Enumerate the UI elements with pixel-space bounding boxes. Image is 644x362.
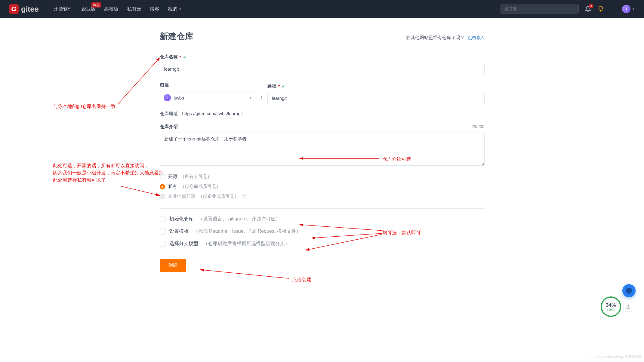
page-title: 新建仓库 <box>160 31 193 42</box>
main-nav: 开源软件 企业版 特惠 高校版 私有云 博客 我的 ▼ <box>54 6 501 12</box>
init-repo-hint: （设置语言、.gitignore、开源许可证） <box>198 216 281 222</box>
intro-textarea[interactable] <box>160 133 485 166</box>
radio-icon <box>160 174 165 179</box>
repo-url-label: 仓库地址： <box>160 111 182 116</box>
owner-select[interactable]: I itwbs ▼ <box>160 91 256 104</box>
repo-name-label: 仓库名称 <box>160 54 178 60</box>
logo-text: gitee <box>21 5 39 14</box>
required-star-icon: * <box>278 84 280 89</box>
header-right: 3 I ▼ <box>501 5 635 14</box>
checkbox-icon <box>160 216 166 222</box>
logo-icon: G <box>9 4 19 14</box>
import-prompt: 在其他网站已经有仓库了吗？ <box>406 35 465 40</box>
main-container: 新建仓库 在其他网站已经有仓库了吗？ 点击导入 仓库名称 * ✓ 归属 I it… <box>160 19 485 290</box>
nav-enterprise[interactable]: 企业版 特惠 <box>81 6 96 12</box>
visibility-private-hint: （仅仓库成员可见） <box>180 184 221 189</box>
branch-checkbox[interactable]: 选择分支模型 （仓库创建后将根据所选模型创建分支） <box>160 241 485 247</box>
chevron-down-icon: ▼ <box>632 8 635 11</box>
visibility-enterprise-label: 企业内部开源 <box>168 194 195 199</box>
visibility-group: 开源 （所有人可见） 私有 （仅仓库成员可见） 企业内部开源 （仅企业成员可见）… <box>160 174 485 199</box>
svg-line-1 <box>121 186 160 195</box>
annotation-1: 与你本地的git仓库名保持一致 <box>53 103 116 110</box>
annotation-5: 点击创建 <box>292 276 311 283</box>
path-input[interactable] <box>267 92 485 104</box>
visibility-private-label: 私有 <box>168 184 177 189</box>
search-input[interactable] <box>501 5 579 14</box>
annotation-2-line2: 因为我们一般是小组开发，肯定不希望别人随意看到， <box>53 169 168 176</box>
enterprise-badge: 特惠 <box>91 2 101 8</box>
floating-bubble[interactable] <box>622 284 636 290</box>
notification-icon[interactable]: 3 <box>585 6 591 12</box>
arrow-2 <box>121 186 163 198</box>
plus-icon[interactable] <box>610 6 616 12</box>
visibility-open-hint: （所有人可见） <box>180 174 212 179</box>
template-hint: （添加 Readme、Issue、Pull Request 模板文件） <box>193 228 301 235</box>
nav-campus[interactable]: 高校版 <box>104 6 119 12</box>
chevron-down-icon: ▼ <box>179 8 182 11</box>
branch-hint: （仓库创建后将根据所选模型创建分支） <box>203 241 290 247</box>
init-repo-label: 初始化仓库 <box>169 216 193 222</box>
intro-group: 仓库介绍 23/200 <box>160 124 485 167</box>
avatar: I <box>622 5 630 13</box>
user-menu[interactable]: I ▼ <box>622 5 635 13</box>
annotation-2-line1: 此处可选，开源的话，所有都可以直接访问， <box>53 162 168 169</box>
nav-private-cloud[interactable]: 私有云 <box>127 6 141 12</box>
bubble-inner-icon <box>626 288 632 290</box>
visibility-private[interactable]: 私有 （仅仓库成员可见） <box>160 184 485 189</box>
radio-selected-icon <box>160 184 165 189</box>
repo-url-value: https://gitee.com/itwbs/learngit <box>182 111 243 116</box>
char-count: 23/200 <box>472 124 485 129</box>
bulb-icon[interactable] <box>597 6 604 12</box>
logo[interactable]: G gitee <box>9 4 39 14</box>
check-icon: ✓ <box>282 84 285 89</box>
annotation-2-line3: 此处就选择私有就可以了 <box>53 176 168 184</box>
import-link[interactable]: 点击导入 <box>468 35 485 40</box>
svg-line-0 <box>118 58 160 104</box>
repo-url-display: 仓库地址：https://gitee.com/itwbs/learngit <box>160 111 485 117</box>
checkbox-icon <box>160 229 166 235</box>
repo-name-input[interactable] <box>160 63 485 75</box>
owner-name: itwbs <box>174 95 184 100</box>
main-header: G gitee 开源软件 企业版 特惠 高校版 私有云 博客 我的 ▼ 3 I … <box>0 0 644 18</box>
nav-mine[interactable]: 我的 ▼ <box>168 6 182 12</box>
visibility-enterprise: 企业内部开源 （仅企业成员可见） ? <box>160 194 485 199</box>
chevron-down-icon: ▼ <box>249 96 252 100</box>
repo-name-group: 仓库名称 * ✓ <box>160 54 485 75</box>
notification-count: 3 <box>589 4 593 8</box>
arrow-1 <box>118 55 166 106</box>
divider <box>160 208 485 209</box>
options-group: 初始化仓库 （设置语言、.gitignore、开源许可证） 设置模板 （添加 R… <box>160 216 485 247</box>
check-icon: ✓ <box>183 54 187 60</box>
visibility-open-label: 开源 <box>168 174 177 179</box>
nav-blog[interactable]: 博客 <box>150 6 159 12</box>
owner-avatar: I <box>164 94 171 101</box>
visibility-open[interactable]: 开源 （所有人可见） <box>160 174 485 179</box>
visibility-enterprise-hint: （仅企业成员可见） <box>198 194 239 199</box>
required-star-icon: * <box>180 54 181 60</box>
checkbox-icon <box>160 241 166 247</box>
page-header: 新建仓库 在其他网站已经有仓库了吗？ 点击导入 <box>160 31 485 42</box>
nav-mine-label: 我的 <box>168 6 177 12</box>
init-repo-checkbox[interactable]: 初始化仓库 （设置语言、.gitignore、开源许可证） <box>160 216 485 222</box>
owner-path-row: 归属 I itwbs ▼ / 路径 * ✓ <box>160 82 485 104</box>
owner-label: 归属 <box>160 82 169 88</box>
help-icon[interactable]: ? <box>242 194 247 199</box>
intro-label: 仓库介绍 <box>160 124 178 130</box>
template-checkbox[interactable]: 设置模板 （添加 Readme、Issue、Pull Request 模板文件） <box>160 228 485 235</box>
branch-label: 选择分支模型 <box>169 241 198 247</box>
create-button[interactable]: 创建 <box>160 259 186 272</box>
annotation-2: 此处可选，开源的话，所有都可以直接访问， 因为我们一般是小组开发，肯定不希望别人… <box>53 162 168 184</box>
template-label: 设置模板 <box>169 228 189 235</box>
path-label: 路径 <box>267 83 276 89</box>
path-separator: / <box>261 94 263 104</box>
radio-disabled-icon <box>160 194 165 199</box>
nav-opensource[interactable]: 开源软件 <box>54 6 73 12</box>
